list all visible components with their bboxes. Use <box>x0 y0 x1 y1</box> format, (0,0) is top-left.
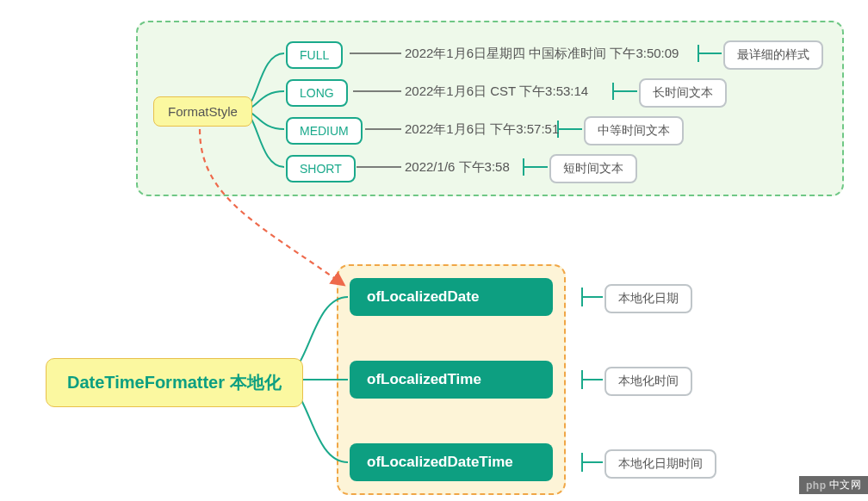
example-full: 2022年1月6日星期四 中国标准时间 下午3:50:09 <box>405 46 679 62</box>
example-long: 2022年1月6日 CST 下午3:53:14 <box>405 84 588 100</box>
formatstyle-root: FormatStyle <box>153 96 252 127</box>
pill-full-label: FULL <box>300 48 329 62</box>
method-oflocalizedtime-label: ofLocalizedTime <box>367 371 481 388</box>
pill-medium-label: MEDIUM <box>300 124 349 138</box>
desc-long: 长时间文本 <box>639 78 727 108</box>
connectors <box>0 0 868 501</box>
desc-oflocalizeddate: 本地化日期 <box>604 284 692 313</box>
example-medium: 2022年1月6日 下午3:57:51 <box>405 121 559 138</box>
datetimeformatter-root-label: DateTimeFormatter 本地化 <box>67 371 282 394</box>
desc-medium: 中等时间文本 <box>584 116 684 145</box>
method-oflocalizeddate-label: ofLocalizedDate <box>367 288 479 306</box>
pill-full: FULL <box>286 41 343 69</box>
method-oflocalizeddatetime-label: ofLocalizedDateTime <box>367 454 513 471</box>
desc-short: 短时间文本 <box>549 154 637 183</box>
method-oflocalizeddate: ofLocalizedDate <box>350 278 553 316</box>
method-oflocalizeddatetime: ofLocalizedDateTime <box>350 443 553 481</box>
watermark-brand: php <box>806 479 827 492</box>
pill-medium: MEDIUM <box>286 117 363 145</box>
pill-long: LONG <box>286 79 348 107</box>
pill-short: SHORT <box>286 155 356 182</box>
datetimeformatter-root: DateTimeFormatter 本地化 <box>46 358 303 407</box>
example-short: 2022/1/6 下午3:58 <box>405 159 510 176</box>
desc-full: 最详细的样式 <box>723 40 823 70</box>
formatstyle-root-label: FormatStyle <box>168 104 238 119</box>
watermark-text: 中文网 <box>829 478 862 492</box>
desc-oflocalizedtime: 本地化时间 <box>604 367 692 396</box>
pill-short-label: SHORT <box>300 162 342 176</box>
watermark: php 中文网 <box>799 476 868 494</box>
pill-long-label: LONG <box>300 86 334 100</box>
desc-oflocalizeddatetime: 本地化日期时间 <box>604 449 716 479</box>
method-oflocalizedtime: ofLocalizedTime <box>350 361 553 399</box>
